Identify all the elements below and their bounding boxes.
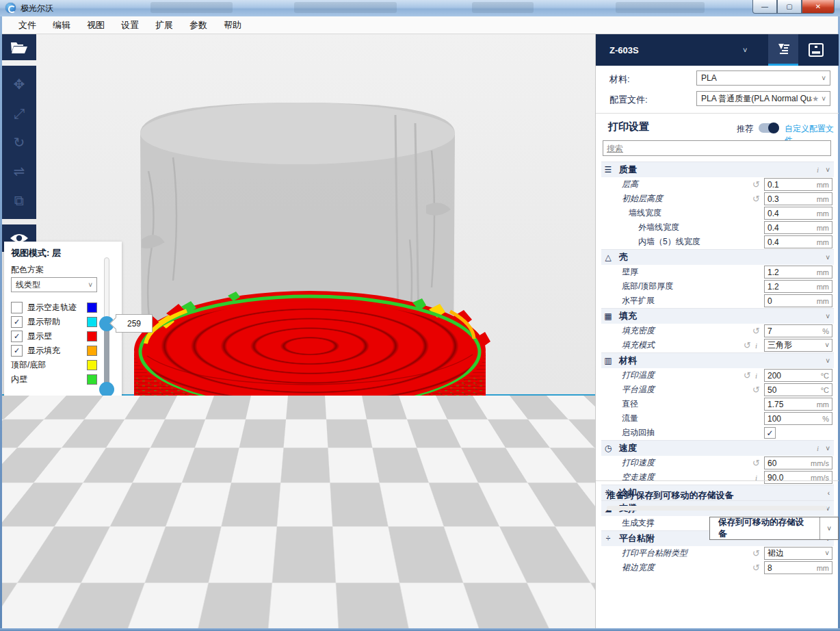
- legend-row-travels: 显示空走轨迹: [11, 300, 97, 315]
- tab-monitor[interactable]: [801, 34, 831, 66]
- menu-view[interactable]: 视图: [79, 17, 113, 34]
- show-shell-checkbox[interactable]: ✓: [11, 331, 23, 342]
- machine-selector-bar[interactable]: Z-603S ˅: [596, 34, 839, 66]
- setting-label: 打印温度: [601, 370, 744, 381]
- setting-label: 底部/顶部厚度: [601, 281, 764, 292]
- save-button-label: 保存到可移动的存储设备: [710, 517, 819, 539]
- reset-icon[interactable]: ↺: [752, 385, 760, 395]
- value-field[interactable]: 1.2mm: [764, 266, 832, 279]
- move-tool-icon[interactable]: ✥: [14, 77, 25, 91]
- reset-icon[interactable]: ↺: [744, 340, 751, 350]
- chevron-down-icon: ˅: [826, 357, 830, 365]
- chevron-down-icon: ˅: [825, 342, 829, 349]
- brand-name-en: JGAURORA: [41, 621, 83, 626]
- info-icon[interactable]: i: [817, 166, 819, 174]
- layer-slider-bottom-handle[interactable]: [99, 382, 114, 397]
- menu-extensions[interactable]: 扩展: [147, 17, 181, 34]
- chevron-down-icon[interactable]: ˅: [819, 517, 838, 539]
- rotate-tool-icon[interactable]: ↻: [14, 136, 25, 149]
- category-quality[interactable]: ☰ 质量 i ˅: [601, 162, 834, 177]
- viewport-3d[interactable]: ✥ ⤢ ↻ ⇌ ⧉ ˅ 视图模式: 层 配色方案 线类型 ˅ 显示空走轨迹: [2, 34, 595, 628]
- value-field[interactable]: 50°C: [764, 383, 832, 396]
- value-field[interactable]: 60mm/s: [764, 456, 832, 469]
- menu-help[interactable]: 帮助: [215, 17, 250, 34]
- reset-icon[interactable]: ↺: [752, 458, 760, 468]
- setting-label: 水平扩展: [601, 295, 764, 307]
- setting-diameter: 直径 1.75mm: [601, 397, 834, 411]
- menu-file[interactable]: 文件: [10, 17, 44, 34]
- color-swatch: [87, 360, 97, 370]
- open-file-button[interactable]: [2, 34, 36, 60]
- setting-label: 内墙（5）线宽度: [601, 236, 764, 248]
- value-field[interactable]: 100%: [764, 412, 832, 425]
- slice-progress-bar: [607, 506, 827, 511]
- setting-flow: 流量 100%: [601, 411, 834, 426]
- category-material[interactable]: ▥ 材料 ˅: [601, 352, 834, 368]
- maximize-button[interactable]: ▢: [777, 0, 802, 14]
- category-speed[interactable]: ◷ 速度 i ˅: [601, 440, 834, 456]
- dropdown-field[interactable]: 三角形˅: [764, 339, 832, 352]
- background-window-ghost: [472, 2, 534, 13]
- color-swatch: [87, 302, 97, 313]
- material-icon: ▥: [603, 356, 614, 365]
- menu-edit[interactable]: 编辑: [44, 17, 79, 34]
- show-travels-checkbox[interactable]: [11, 302, 23, 313]
- registered-mark: ®: [79, 609, 83, 614]
- value-field[interactable]: 0.4mm: [764, 235, 832, 248]
- value-field[interactable]: 200°C: [764, 369, 832, 382]
- material-select[interactable]: PLA ˅: [696, 70, 830, 86]
- tab-print-setup[interactable]: [768, 34, 798, 66]
- save-to-removable-button[interactable]: 保存到可移动的存储设备 ˅: [709, 517, 839, 540]
- close-button[interactable]: ✕: [802, 0, 835, 14]
- value-field[interactable]: 0.4mm: [764, 207, 832, 220]
- category-title: 壳: [619, 251, 826, 263]
- value-field[interactable]: 0.1mm: [764, 178, 832, 191]
- recommended-custom-toggle[interactable]: [759, 123, 779, 133]
- show-infill-checkbox[interactable]: ✓: [11, 345, 23, 357]
- color-scheme-select[interactable]: 线类型 ˅: [11, 277, 97, 292]
- reset-icon[interactable]: ↺: [752, 179, 760, 190]
- rename-pencil-icon[interactable]: ✎: [584, 580, 592, 591]
- background-window-ghost: [150, 2, 233, 13]
- material-usage: 42.57 米 / ~ 126 克: [523, 612, 592, 623]
- scale-tool-icon[interactable]: ⤢: [14, 107, 25, 120]
- reset-icon[interactable]: ↺: [752, 194, 760, 204]
- value-field[interactable]: 7%: [764, 324, 832, 337]
- info-icon[interactable]: i: [755, 372, 757, 380]
- per-model-settings-icon[interactable]: ⧉: [14, 194, 24, 207]
- setting-wall-thickness: 壁厚 1.2mm: [601, 265, 834, 279]
- setting-label: 初始层高度: [601, 193, 752, 205]
- value-field[interactable]: 0.4mm: [764, 221, 832, 234]
- legend-row-innerwall: 内壁: [11, 372, 97, 387]
- reset-icon[interactable]: ↺: [744, 370, 751, 381]
- category-shell[interactable]: △ 壳 ˅: [601, 249, 834, 265]
- info-icon[interactable]: i: [755, 342, 757, 350]
- mirror-tool-icon[interactable]: ⇌: [14, 164, 25, 178]
- legend-label: 显示填充: [27, 345, 60, 357]
- color-swatch: [87, 346, 97, 356]
- setting-label: 打印速度: [601, 457, 752, 469]
- value-field[interactable]: 0mm: [764, 294, 832, 307]
- value-field[interactable]: 0.3mm: [764, 192, 832, 205]
- value-field[interactable]: 1.2mm: [764, 280, 832, 293]
- chevron-down-icon: ˅: [88, 281, 92, 289]
- legend-label: 显示壁: [27, 331, 52, 342]
- print-setup-icon: [776, 42, 791, 57]
- minimize-button[interactable]: —: [752, 0, 777, 14]
- value-field[interactable]: 1.75mm: [764, 398, 832, 411]
- menu-settings[interactable]: 设置: [113, 17, 147, 34]
- brand-logo: 极光尔沃® JGAURORA: [21, 608, 83, 626]
- setting-topbottom-thickness: 底部/顶部厚度 1.2mm: [601, 279, 834, 294]
- show-helpers-checkbox[interactable]: ✓: [11, 316, 23, 328]
- model-info: 龙腾笔筒 ✎ 90.8 x 90.8 x 118.0 毫米 ◷ 13时33分 |…: [458, 579, 592, 623]
- info-icon[interactable]: i: [817, 444, 819, 452]
- retraction-checkbox[interactable]: ✓: [764, 427, 776, 439]
- setting-label: 填充模式: [601, 339, 744, 351]
- profile-select[interactable]: PLA 普通质量(PLA Normal Qua ★ ˅: [696, 91, 830, 106]
- reset-icon[interactable]: ↺: [752, 326, 760, 336]
- category-infill[interactable]: ▦ 填充 ˅: [601, 308, 834, 324]
- chevron-down-icon: ˅: [822, 95, 826, 103]
- layer-slider-track-upper[interactable]: [104, 257, 109, 325]
- menu-parameters[interactable]: 参数: [181, 17, 215, 34]
- search-input[interactable]: [603, 140, 831, 156]
